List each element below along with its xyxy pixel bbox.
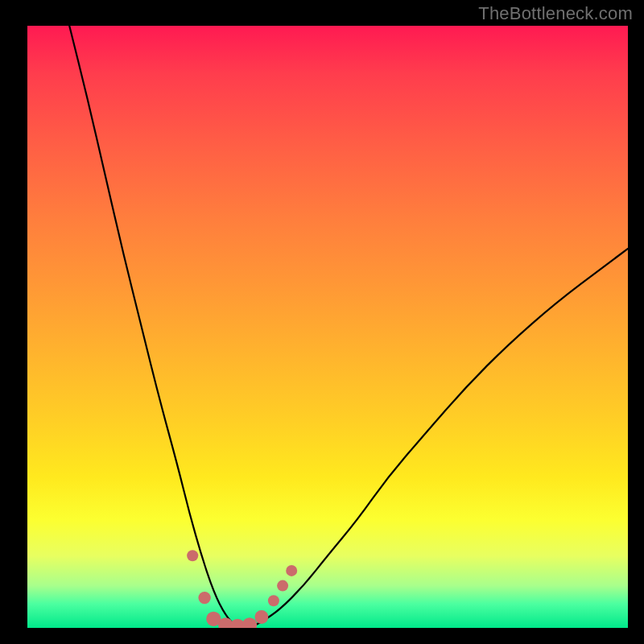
marker-dot	[187, 550, 198, 561]
watermark-text: TheBottleneck.com	[478, 3, 633, 24]
chart-frame: TheBottleneck.com	[0, 0, 644, 644]
marker-dot	[277, 580, 288, 592]
marker-dot	[286, 565, 297, 576]
bottleneck-curve	[69, 26, 628, 628]
marker-dot	[198, 592, 210, 604]
marker-dot	[242, 617, 257, 628]
marker-dot	[255, 610, 269, 624]
plot-area	[27, 26, 628, 628]
chart-svg	[27, 26, 628, 628]
marker-dot	[268, 595, 279, 606]
